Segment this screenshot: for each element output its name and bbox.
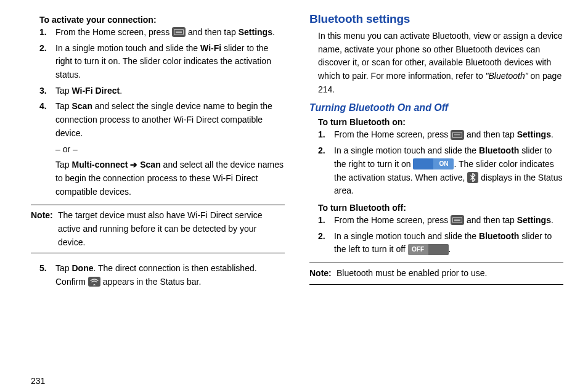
list-item: 2. In a single motion touch and slide th… xyxy=(39,42,285,82)
toggle-off-icon: OFF xyxy=(408,244,449,255)
page-number: 231 xyxy=(31,369,285,386)
scan-label: Scan xyxy=(71,101,92,111)
list-item: 2. In a single motion touch and slide th… xyxy=(318,144,563,198)
wifi-direct-label: Wi-Fi Direct xyxy=(71,86,120,96)
right-column: Bluetooth settings In this menu you can … xyxy=(309,12,563,386)
step-number: 2. xyxy=(318,144,334,198)
bluetooth-on-list: 1. From the Home screen, press and then … xyxy=(309,128,563,200)
text: . xyxy=(551,215,553,225)
bluetooth-off-title: To turn Bluetooth off: xyxy=(309,203,563,213)
divider xyxy=(309,263,563,263)
text: and then tap xyxy=(464,215,517,225)
step-number: 5. xyxy=(39,262,55,288)
step-body: Tap Scan and select the single device na… xyxy=(55,100,285,198)
wifi-label: Wi-Fi xyxy=(200,43,221,53)
bluetooth-settings-heading: Bluetooth settings xyxy=(309,12,563,26)
bluetooth-on-title: To turn Bluetooth on: xyxy=(309,117,563,127)
step-body: In a single motion touch and slide the W… xyxy=(55,42,285,82)
step-body: Tap Wi-Fi Direct. xyxy=(55,84,285,98)
text: Tap xyxy=(55,160,71,169)
left-column: To activate your connection: 1. From the… xyxy=(31,12,285,386)
settings-label: Settings xyxy=(239,27,272,37)
text: From the Home screen, press xyxy=(55,27,172,37)
bluetooth-label: Bluetooth xyxy=(479,231,519,241)
intro-paragraph: In this menu you can activate Bluetooth,… xyxy=(309,30,563,96)
text: . xyxy=(272,27,275,37)
settings-label: Settings xyxy=(517,215,551,225)
text: In a single motion touch and slide the xyxy=(334,145,479,155)
step-number: 4. xyxy=(39,100,55,198)
list-item: 1. From the Home screen, press and then … xyxy=(318,214,563,227)
left-list: 1. From the Home screen, press and then … xyxy=(31,26,285,201)
menu-icon xyxy=(451,130,464,140)
step-number: 1. xyxy=(318,214,334,227)
menu-icon xyxy=(451,215,464,225)
step-body: Tap Done. The direct connection is then … xyxy=(55,262,285,288)
text: In a single motion touch and slide the xyxy=(55,43,200,53)
step-body: In a single motion touch and slide the B… xyxy=(334,230,563,256)
step-number: 3. xyxy=(39,84,55,98)
step-number: 1. xyxy=(318,128,334,142)
left-title: To activate your connection: xyxy=(31,15,285,25)
menu-icon xyxy=(172,27,186,37)
page: To activate your connection: 1. From the… xyxy=(0,0,588,392)
list-item: 4. Tap Scan and select the single device… xyxy=(39,100,285,198)
left-list-cont: 5. Tap Done. The direct connection is th… xyxy=(31,262,285,291)
text: From the Home screen, press xyxy=(334,215,451,225)
or-divider: – or – xyxy=(55,143,285,157)
step-number: 2. xyxy=(318,230,334,256)
step-number: 2. xyxy=(39,42,55,82)
step-body: From the Home screen, press and then tap… xyxy=(334,214,563,227)
list-item: 5. Tap Done. The direct connection is th… xyxy=(39,262,285,288)
divider xyxy=(309,284,563,285)
bluetooth-label: Bluetooth xyxy=(479,145,519,155)
text: . xyxy=(449,244,451,254)
off-label: OFF xyxy=(408,244,428,255)
bluetooth-icon xyxy=(467,172,478,183)
divider xyxy=(31,205,285,205)
text: From the Home screen, press xyxy=(334,129,451,139)
step-body: In a single motion touch and slide the B… xyxy=(334,144,563,198)
multi-connect-label: Multi-connect xyxy=(71,160,130,169)
note-block: Note: Bluetooth must be enabled prior to… xyxy=(309,267,563,280)
bluetooth-off-list: 1. From the Home screen, press and then … xyxy=(309,214,563,259)
note-text: The target device must also have Wi-Fi D… xyxy=(58,209,285,249)
list-item: 2. In a single motion touch and slide th… xyxy=(318,230,563,256)
step-body: From the Home screen, press and then tap… xyxy=(55,26,285,39)
text: appears in the Status bar. xyxy=(100,277,201,287)
turning-bluetooth-subheading: Turning Bluetooth On and Off xyxy=(309,102,563,113)
note-text: Bluetooth must be enabled prior to use. xyxy=(337,267,563,280)
text: Tap xyxy=(55,101,71,111)
text: Tap xyxy=(55,263,71,273)
note-key: Note: xyxy=(309,267,337,280)
step-number: 1. xyxy=(39,26,55,39)
list-item: 3. Tap Wi-Fi Direct. xyxy=(39,84,285,98)
list-item: 1. From the Home screen, press and then … xyxy=(39,26,285,39)
text: Tap xyxy=(55,86,71,96)
settings-label: Settings xyxy=(517,129,551,139)
arrow-icon: ➔ xyxy=(130,160,137,169)
note-block: Note: The target device must also have W… xyxy=(31,209,285,249)
note-key: Note: xyxy=(31,209,58,249)
text: . xyxy=(551,129,553,139)
wifi-direct-icon xyxy=(88,277,100,287)
on-label: ON xyxy=(433,158,454,169)
text: and then tap xyxy=(464,129,517,139)
text: In a single motion touch and slide the xyxy=(334,231,479,241)
text: and then tap xyxy=(186,27,239,37)
list-item: 1. From the Home screen, press and then … xyxy=(318,128,563,142)
toggle-on-icon: ON xyxy=(413,158,454,169)
bluetooth-ref: "Bluetooth" xyxy=(486,71,528,81)
scan-label: Scan xyxy=(137,160,160,169)
done-label: Done xyxy=(71,263,93,273)
step-body: From the Home screen, press and then tap… xyxy=(334,128,563,142)
divider xyxy=(31,253,285,253)
text: . xyxy=(120,86,122,96)
